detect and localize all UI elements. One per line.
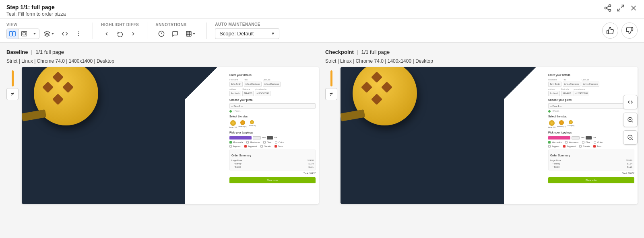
expand-width-btn[interactable] xyxy=(623,95,638,109)
zoom-in-btn[interactable] xyxy=(623,113,638,127)
checkpoint-info: 1/1 full page xyxy=(361,49,390,55)
code-view-btn[interactable] xyxy=(59,29,71,39)
svg-rect-20 xyxy=(186,31,191,36)
auto-maintenance-label: AUTO MAINTENANCE xyxy=(215,22,279,27)
baseline-header: Baseline | 1/1 full page xyxy=(6,49,319,55)
auto-maintenance-section: AUTO MAINTENANCE Scope: Default ▼ xyxy=(207,22,287,39)
svg-rect-10 xyxy=(13,31,15,36)
checkpoint-header: Checkpoint | 1/1 full page xyxy=(325,49,638,55)
page-subtitle: Test: Fill form to order pizza xyxy=(6,11,638,17)
close-icon[interactable] xyxy=(630,4,638,14)
svg-line-3 xyxy=(607,8,609,10)
baseline-panel: Baseline | 1/1 full page Strict | Linux … xyxy=(6,49,319,233)
highlight-diffs-label: HIGHLIGHT DIFFS xyxy=(101,23,139,27)
svg-line-26 xyxy=(632,121,633,122)
neq-badge-baseline[interactable]: ≠ xyxy=(6,88,19,100)
svg-rect-9 xyxy=(10,31,12,36)
baseline-title: Baseline xyxy=(6,49,28,55)
svg-rect-12 xyxy=(23,32,25,35)
scope-select-label: Scope: Default xyxy=(219,31,254,37)
neq-badge-checkpoint[interactable]: ≠ xyxy=(325,88,337,100)
checkpoint-diff-indicator: ≠ xyxy=(325,67,337,100)
view-section: VIEW xyxy=(6,23,93,39)
float-buttons xyxy=(623,95,638,145)
checkpoint-title: Checkpoint xyxy=(325,49,354,55)
svg-point-14 xyxy=(78,31,79,32)
side-by-side-view-btn[interactable] xyxy=(7,29,19,39)
baseline-info: 1/1 full page xyxy=(35,49,64,55)
scope-select[interactable]: Scope: Default ▼ xyxy=(215,28,279,39)
annotation-region-btn[interactable] xyxy=(183,29,198,39)
main-content: Baseline | 1/1 full page Strict | Linux … xyxy=(0,43,644,238)
orange-bar xyxy=(12,70,14,86)
view-toggle-group xyxy=(6,29,39,39)
annotation-alert-btn[interactable] xyxy=(155,29,167,39)
overlay-view-btn[interactable] xyxy=(19,29,30,39)
expand-icon[interactable] xyxy=(617,4,625,14)
checkpoint-preview: ≠ xyxy=(325,67,638,204)
annotations-label: ANNOTATIONS xyxy=(155,23,198,27)
thumbs-down-btn[interactable] xyxy=(621,23,638,39)
svg-rect-11 xyxy=(22,31,27,36)
baseline-meta: Strict | Linux | Chrome 74.0 | 1400x1400… xyxy=(6,58,319,64)
zoom-out-btn[interactable] xyxy=(623,130,638,145)
refresh-diff-btn[interactable] xyxy=(114,29,126,39)
svg-marker-13 xyxy=(44,31,50,34)
layers-btn[interactable] xyxy=(41,29,57,39)
share-icon[interactable] xyxy=(604,4,612,14)
view-label: VIEW xyxy=(6,23,85,27)
annotations-section: ANNOTATIONS xyxy=(147,23,207,39)
svg-point-16 xyxy=(78,35,79,36)
page-header: Step 1/1: full page Test: Fill form to o… xyxy=(0,0,644,19)
thumbs-up-btn[interactable] xyxy=(602,23,618,39)
svg-line-6 xyxy=(618,9,620,11)
annotation-comment-btn[interactable] xyxy=(169,29,181,39)
baseline-screenshot[interactable]: Enter your details First name John Smith… xyxy=(22,67,319,204)
svg-line-5 xyxy=(621,5,624,8)
highlight-diffs-section: HIGHLIGHT DIFFS xyxy=(93,23,147,39)
checkpoint-screenshot[interactable]: Enter your details First name John Smith… xyxy=(341,67,638,204)
more-options-btn[interactable] xyxy=(72,29,85,39)
baseline-diff-indicator: ≠ xyxy=(6,67,19,100)
vote-buttons xyxy=(602,23,638,39)
next-diff-btn[interactable] xyxy=(128,29,139,39)
chevron-down-icon: ▼ xyxy=(271,31,275,36)
orange-bar xyxy=(330,70,332,86)
svg-line-4 xyxy=(607,6,609,7)
checkpoint-panel: Checkpoint | 1/1 full page Strict | Linu… xyxy=(325,49,638,233)
checkpoint-meta: Strict | Linux | Chrome 74.0 | 1400x1400… xyxy=(325,58,638,64)
prev-diff-btn[interactable] xyxy=(101,29,112,39)
svg-point-15 xyxy=(78,33,79,34)
page-title: Step 1/1: full page xyxy=(6,4,638,10)
toolbar: VIEW xyxy=(0,19,644,43)
baseline-preview: ≠ xyxy=(6,67,319,204)
svg-line-30 xyxy=(632,139,633,140)
view-dropdown-btn[interactable] xyxy=(30,30,39,37)
